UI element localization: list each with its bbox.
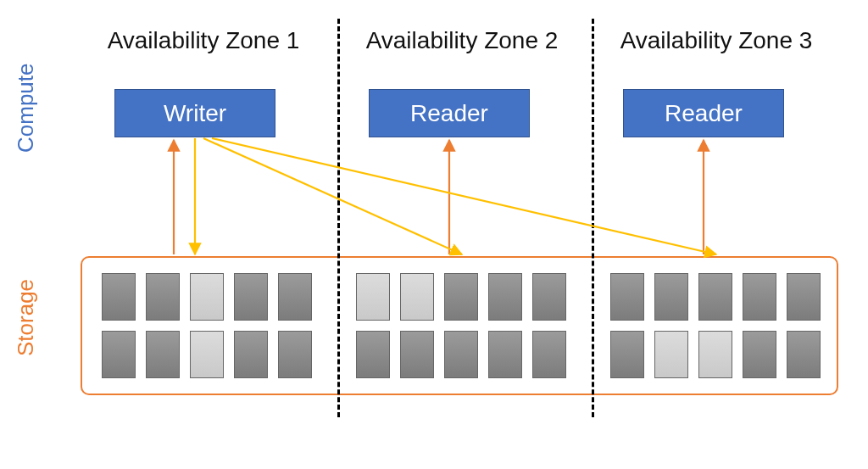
- arrows-layer: [0, 0, 868, 469]
- storage-block: [356, 331, 390, 378]
- storage-block: [787, 331, 821, 378]
- storage-block: [743, 331, 776, 378]
- storage-block: [234, 273, 268, 321]
- storage-block: [102, 273, 136, 321]
- reader-node-az3-label: Reader: [665, 100, 743, 127]
- storage-row-label: Storage: [13, 279, 39, 356]
- storage-block: [356, 273, 390, 321]
- storage-block: [444, 273, 478, 321]
- storage-block: [278, 331, 312, 378]
- torn-edge-decoration: [0, 418, 868, 469]
- storage-blocks-az1: [102, 273, 310, 377]
- storage-block: [234, 331, 268, 378]
- storage-block: [190, 273, 224, 321]
- storage-blocks-az2: [356, 273, 565, 377]
- storage-block: [743, 273, 776, 321]
- reader-node-az3: Reader: [623, 89, 784, 137]
- storage-block: [146, 331, 180, 378]
- reader-node-az2-label: Reader: [410, 100, 488, 127]
- storage-block: [654, 331, 688, 378]
- storage-block: [278, 273, 312, 321]
- storage-block: [698, 273, 732, 321]
- az3-header: Availability Zone 3: [606, 27, 826, 54]
- divider-az1-az2: [337, 19, 340, 417]
- storage-block: [532, 273, 566, 321]
- storage-block: [532, 331, 566, 378]
- storage-block: [610, 331, 644, 378]
- storage-block: [698, 331, 732, 378]
- storage-block: [654, 273, 688, 321]
- storage-block: [488, 331, 522, 378]
- storage-block: [787, 273, 821, 321]
- storage-block: [400, 273, 434, 321]
- storage-blocks-az3: [610, 273, 819, 377]
- storage-block: [102, 331, 136, 378]
- storage-block: [146, 273, 180, 321]
- write-arrow-to-az2: [203, 138, 462, 254]
- write-arrow-to-az3: [212, 138, 716, 254]
- divider-az2-az3: [592, 19, 594, 417]
- reader-node-az2: Reader: [369, 89, 530, 137]
- compute-row-label: Compute: [13, 64, 39, 154]
- storage-block: [444, 331, 478, 378]
- az2-header: Availability Zone 2: [352, 27, 572, 54]
- storage-block: [190, 331, 224, 378]
- storage-block: [610, 273, 644, 321]
- az1-header: Availability Zone 1: [93, 27, 314, 54]
- storage-block: [488, 273, 522, 321]
- diagram-stage: Compute Storage Availability Zone 1 Writ…: [0, 0, 868, 469]
- writer-node-label: Writer: [164, 100, 226, 127]
- storage-block: [400, 331, 434, 378]
- writer-node: Writer: [114, 89, 275, 137]
